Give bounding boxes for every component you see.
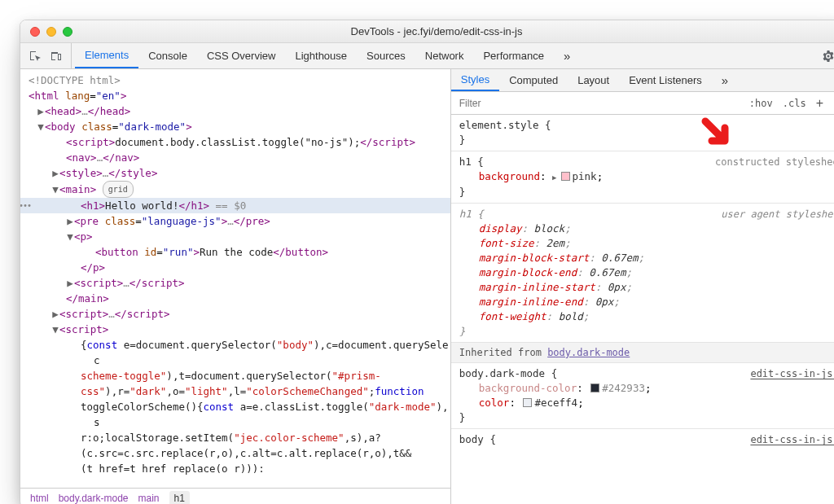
color-swatch[interactable] bbox=[523, 398, 532, 407]
color-swatch[interactable] bbox=[590, 383, 599, 392]
tab-sources[interactable]: Sources bbox=[357, 43, 415, 68]
device-toolbar-icon[interactable] bbox=[50, 50, 63, 63]
styles-panel: Styles Computed Layout Event Listeners »… bbox=[451, 69, 834, 504]
breadcrumb: html body.dark-mode main h1 bbox=[20, 488, 450, 504]
tab-layout[interactable]: Layout bbox=[568, 69, 619, 91]
dom-node[interactable]: </p> bbox=[20, 260, 450, 275]
rule-user-agent: user agent stylesheet h1 { display: bloc… bbox=[451, 204, 834, 343]
rule-body[interactable]: edit-css-in-js:1 body { bbox=[451, 429, 834, 450]
selection-dots-icon: ••• bbox=[20, 198, 30, 213]
tab-performance[interactable]: Performance bbox=[473, 43, 553, 68]
styles-tabs-overflow[interactable]: » bbox=[712, 69, 738, 91]
rule-constructed[interactable]: constructed stylesheet h1 { background: … bbox=[451, 151, 834, 204]
crumb-main[interactable]: main bbox=[138, 493, 160, 504]
expand-shorthand-icon[interactable]: ▶ bbox=[552, 170, 556, 185]
stylesheet-source[interactable]: edit-css-in-js:1 bbox=[750, 366, 834, 381]
styles-toolbar: :hov .cls + bbox=[451, 92, 834, 115]
dom-tree[interactable]: <!DOCTYPE html> <html lang="en"> ▶<head>… bbox=[20, 69, 450, 488]
dom-node[interactable]: ▶<script>…</script> bbox=[20, 275, 450, 291]
panel-tabs: Elements Console CSS Overview Lighthouse… bbox=[72, 43, 814, 68]
crumb-h1[interactable]: h1 bbox=[169, 491, 190, 505]
crumb-body[interactable]: body.dark-mode bbox=[59, 493, 129, 504]
hov-toggle[interactable]: :hov bbox=[744, 98, 778, 109]
styles-tabs: Styles Computed Layout Event Listeners » bbox=[451, 69, 834, 92]
tab-computed[interactable]: Computed bbox=[499, 69, 568, 91]
styles-filter-input[interactable] bbox=[451, 92, 744, 114]
inspect-element-icon[interactable] bbox=[29, 50, 42, 63]
tab-event-listeners[interactable]: Event Listeners bbox=[619, 69, 712, 91]
styles-rules: element.style { } constructed stylesheet… bbox=[451, 115, 834, 504]
rule-body-dark-mode[interactable]: edit-css-in-js:1 body.dark-mode { backgr… bbox=[451, 363, 834, 429]
dom-node-selected[interactable]: •••<h1>Hello world!</h1> == $0 bbox=[20, 198, 450, 213]
elements-panel: <!DOCTYPE html> <html lang="en"> ▶<head>… bbox=[20, 69, 451, 504]
tab-styles[interactable]: Styles bbox=[451, 69, 499, 91]
tab-lighthouse[interactable]: Lighthouse bbox=[285, 43, 357, 68]
dom-node[interactable]: ▶<style>…</style> bbox=[20, 165, 450, 181]
tab-console[interactable]: Console bbox=[138, 43, 197, 68]
crumb-html[interactable]: html bbox=[30, 493, 49, 504]
gear-icon[interactable] bbox=[822, 50, 834, 63]
dom-node[interactable]: </main> bbox=[20, 291, 450, 306]
tab-network[interactable]: Network bbox=[415, 43, 474, 68]
script-text: {const e=document.querySelector("body"),… bbox=[20, 337, 450, 476]
dom-node[interactable]: ▶<script>…</script> bbox=[20, 306, 450, 322]
new-style-rule-button[interactable]: + bbox=[811, 96, 828, 111]
cls-toggle[interactable]: .cls bbox=[778, 98, 811, 109]
dom-node[interactable]: ▶<pre class="language-js">…</pre> bbox=[20, 213, 450, 229]
tabs-overflow[interactable]: » bbox=[554, 43, 580, 68]
color-swatch[interactable] bbox=[561, 172, 570, 181]
dom-node[interactable]: <!DOCTYPE html> bbox=[20, 72, 450, 88]
inherited-from-link[interactable]: body.dark-mode bbox=[547, 347, 630, 358]
window-title: DevTools - jec.fyi/demo/edit-css-in-js bbox=[20, 25, 834, 37]
dom-node[interactable]: <script>document.body.classList.toggle("… bbox=[20, 134, 450, 150]
main-toolbar: Elements Console CSS Overview Lighthouse… bbox=[20, 43, 834, 69]
dom-node[interactable]: <nav>…</nav> bbox=[20, 150, 450, 165]
stylesheet-source[interactable]: edit-css-in-js:1 bbox=[750, 432, 834, 447]
title-bar: DevTools - jec.fyi/demo/edit-css-in-js bbox=[20, 20, 834, 43]
inherited-from-separator: Inherited from body.dark-mode bbox=[451, 343, 834, 363]
dom-node[interactable]: ▼<p> bbox=[20, 229, 450, 244]
stylesheet-source[interactable]: constructed stylesheet bbox=[715, 155, 834, 169]
dom-node[interactable]: ▼<body class="dark-mode"> bbox=[20, 119, 450, 134]
grid-badge[interactable]: grid bbox=[103, 181, 134, 198]
dom-node[interactable]: ▼<main> grid bbox=[20, 181, 450, 198]
toggle-computed-icon[interactable] bbox=[828, 98, 834, 109]
dom-node[interactable]: ▶<head>…</head> bbox=[20, 103, 450, 119]
dom-node[interactable]: <html lang="en"> bbox=[20, 88, 450, 103]
devtools-window: DevTools - jec.fyi/demo/edit-css-in-js E… bbox=[20, 20, 834, 504]
stylesheet-source: user agent stylesheet bbox=[721, 207, 834, 221]
rule-element-style[interactable]: element.style { } bbox=[451, 115, 834, 151]
tab-css-overview[interactable]: CSS Overview bbox=[197, 43, 286, 68]
dom-node[interactable]: ▼<script> bbox=[20, 322, 450, 337]
dom-node[interactable]: <button id="run">Run the code</button> bbox=[20, 244, 450, 260]
panel-body: <!DOCTYPE html> <html lang="en"> ▶<head>… bbox=[20, 69, 834, 504]
tab-elements[interactable]: Elements bbox=[75, 43, 138, 68]
